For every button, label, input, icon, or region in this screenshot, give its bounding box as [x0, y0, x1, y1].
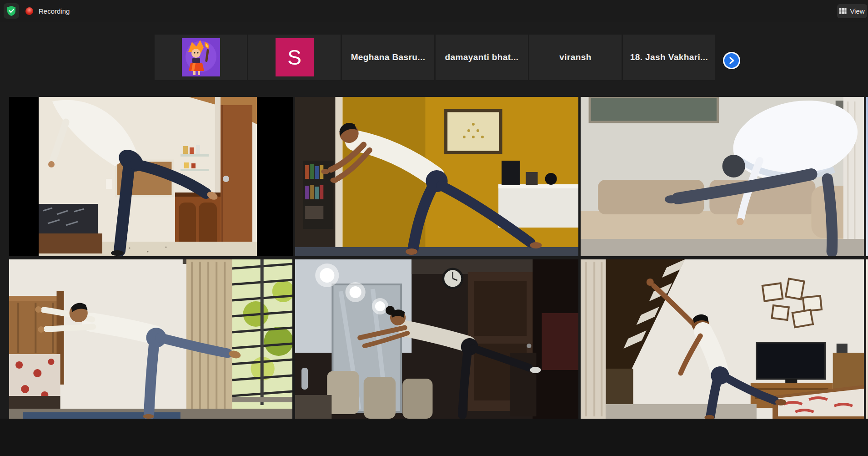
meeting-top-bar: Recording View: [0, 0, 868, 22]
meeting-toolbar: Unmute Start Video 408 Participants Cha: [0, 419, 868, 456]
video-tile-6[interactable]: [581, 259, 864, 419]
gallery-view-icon: [839, 8, 847, 14]
filmstrip-tile-viransh[interactable]: viransh: [529, 35, 622, 80]
chevron-right-icon: [724, 53, 739, 68]
letter-avatar-text: S: [287, 45, 301, 70]
recording-indicator: Recording: [25, 5, 70, 16]
cropped-video-sliver-top: [866, 97, 868, 256]
view-button[interactable]: View: [837, 4, 867, 18]
participant-name: 18. Jash Vakhari...: [630, 52, 708, 62]
video-tile-4[interactable]: [9, 259, 292, 419]
video-feed-1: [39, 97, 257, 256]
filmstrip-tile-avatar-image[interactable]: [155, 35, 247, 80]
video-tile-2[interactable]: [295, 97, 578, 256]
recording-label: Recording: [39, 7, 70, 15]
meeting-info-button[interactable]: [4, 3, 19, 19]
participant-name: Meghana Basru...: [351, 52, 426, 62]
participant-name: viransh: [559, 52, 591, 62]
filmstrip-tile-meghana[interactable]: Meghana Basru...: [342, 35, 434, 80]
cropped-video-sliver-bottom: [866, 259, 868, 419]
filmstrip-tile-damayanti[interactable]: damayanti bhat...: [436, 35, 528, 80]
video-tile-3[interactable]: [581, 97, 864, 256]
security-shield-icon: [6, 5, 16, 16]
view-label: View: [850, 7, 864, 15]
filmstrip-tile-jash[interactable]: 18. Jash Vakhari...: [623, 35, 715, 80]
letter-avatar: S: [276, 38, 314, 76]
participant-name: damayanti bhat...: [445, 52, 518, 62]
filmstrip-tile-avatar-letter[interactable]: S: [248, 35, 341, 80]
video-tile-1[interactable]: [9, 97, 293, 256]
brawl-character-avatar: [182, 38, 220, 76]
next-page-button[interactable]: [723, 52, 740, 69]
video-tile-5[interactable]: [295, 259, 578, 419]
recording-dot-icon: [25, 7, 33, 15]
